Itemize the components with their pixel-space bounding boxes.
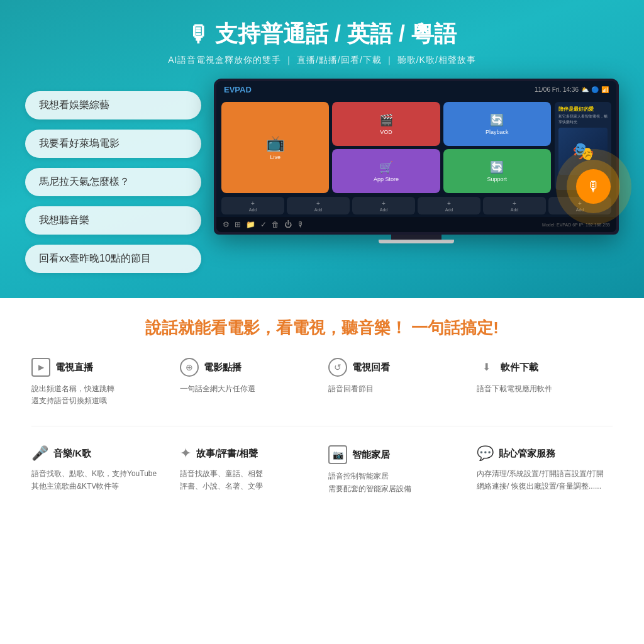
feature-tv-live-desc: 說出頻道名稱，快速跳轉還支持語音切換頻道哦: [31, 383, 114, 407]
tv-live-icon: ▶: [31, 358, 50, 377]
tv-stand-base: [379, 240, 454, 243]
add-tile-3[interactable]: + Add: [352, 197, 415, 214]
feature-grid: ▶ 電視直播 說出頻道名稱，快速跳轉還支持語音切換頻道哦 ⊕ 電影點播 一句話全…: [31, 358, 613, 495]
evpad-logo: EVPAD: [224, 85, 252, 94]
weather-icon: ⛅: [581, 86, 589, 93]
vod-feature-icon: ⊕: [180, 358, 199, 377]
feature-tv-live: ▶ 電視直播 說出頻道名稱，快速跳轉還支持語音切換頻道哦: [31, 358, 167, 407]
feature-story-header: ✦ 故事/評書/相聲: [180, 445, 258, 462]
feature-divider: [31, 426, 613, 426]
add-tile-2[interactable]: + Add: [287, 197, 350, 214]
feature-tv-live-title: 電視直播: [55, 362, 93, 374]
feature-download-title: 軟件下載: [501, 362, 538, 374]
story-icon: ✦: [180, 445, 191, 462]
feature-replay: ↺ 電視回看 語音回看節目: [328, 358, 464, 407]
feature-smarthome-title: 智能家居: [352, 449, 390, 461]
feature-vod: ⊕ 電影點播 一句話全網大片任你選: [180, 358, 316, 407]
mic-small-icon: 🎙: [297, 220, 304, 229]
promo-highlight: 一句話搞定!: [411, 318, 499, 337]
feature-service-title: 貼心管家服務: [499, 448, 555, 460]
feature-smarthome-header: 📷 智能家居: [328, 445, 390, 464]
subtitle: AI語音電視盒釋放你的雙手 ｜ 直播/點播/回看/下載 ｜ 聽歌/K歌/相聲故事: [25, 55, 619, 66]
feature-vod-title: 電影點播: [204, 362, 242, 374]
app-tile-appstore[interactable]: 🛒 App Store: [332, 149, 440, 193]
bubble-5: 回看xx臺昨晚10點的節目: [25, 245, 201, 273]
feature-service: 💬 貼心管家服務 內存清理/系統設置/打開語言設置/打開網絡連接/ 恢復出廠設置…: [477, 445, 613, 494]
delete-icon: 🗑: [272, 220, 279, 229]
status-time: 11/06 Fri. 14:36: [535, 86, 579, 93]
feature-vod-desc: 一句話全網大片任你選: [180, 383, 255, 395]
bubble-1: 我想看娛樂綜藝: [25, 91, 201, 119]
feature-download: ⬇ 軟件下載 語音下載電視應用軟件: [477, 358, 613, 407]
tv-wrapper: EVPAD 11/06 Fri. 14:36 ⛅ 🔵 📶 📺: [214, 79, 619, 243]
wifi-icon: 📶: [601, 86, 609, 93]
feature-story-title: 故事/評書/相聲: [196, 448, 258, 460]
smarthome-icon: 📷: [328, 445, 347, 464]
feature-replay-desc: 語音回看節目: [328, 383, 374, 395]
feature-download-desc: 語音下載電視應用軟件: [477, 383, 552, 395]
voice-circle-overlay: 🎙: [556, 149, 631, 225]
main-title: 🎙 支持普通話 / 英語 / 粵語: [25, 19, 619, 50]
feature-replay-header: ↺ 電視回看: [328, 358, 390, 377]
feature-music-desc: 語音找歌、點歌、K歌，支持YouTube其他主流歌曲&KTV軟件等: [31, 468, 157, 492]
bottom-icons: ⚙ ⊞ 📁 ✓ 🗑 ⏻ 🎙: [223, 220, 304, 229]
add-tile-5[interactable]: + Add: [483, 197, 546, 214]
feature-music-header: 🎤 音樂/K歌: [31, 445, 91, 462]
bubble-4: 我想聽音樂: [25, 206, 201, 235]
feature-smarthome: 📷 智能家居 語音控制智能家居需要配套的智能家居設備: [328, 445, 464, 494]
title-area: 🎙 支持普通話 / 英語 / 粵語 AI語音電視盒釋放你的雙手 ｜ 直播/點播/…: [25, 19, 619, 66]
app-tile-support[interactable]: 🔄 Support: [443, 149, 551, 193]
feature-music-title: 音樂/K歌: [53, 448, 91, 460]
replay-icon: ↺: [328, 358, 347, 377]
music-icon: 🎤: [31, 445, 48, 462]
speech-bubbles: 我想看娛樂綜藝 我要看好萊塢電影 馬尼拉天氣怎麼樣？ 我想聽音樂 回看xx臺昨晚…: [25, 79, 201, 273]
app-tile-vod[interactable]: 🎬 VOD: [332, 102, 440, 146]
feature-service-header: 💬 貼心管家服務: [477, 445, 555, 462]
top-section: 🎙 支持普通話 / 英語 / 粵語 AI語音電視盒釋放你的雙手 ｜ 直播/點播/…: [0, 0, 644, 298]
feature-music: 🎤 音樂/K歌 語音找歌、點歌、K歌，支持YouTube其他主流歌曲&KTV軟件…: [31, 445, 167, 494]
feature-download-header: ⬇ 軟件下載: [477, 358, 538, 377]
main-title-text: 支持普通話 / 英語 / 粵語: [215, 19, 457, 50]
voice-button[interactable]: 🎙: [576, 169, 611, 204]
download-icon: ⬇: [477, 358, 496, 377]
promo-text: 說話就能看電影，看電視，聽音樂！ 一句話搞定!: [31, 317, 613, 339]
settings-icon: ⚙: [223, 220, 230, 229]
feature-replay-title: 電視回看: [352, 362, 390, 374]
promo-orange: 說話就能看電影，看電視，聽音樂！: [145, 318, 407, 337]
feature-service-desc: 內存清理/系統設置/打開語言設置/打開網絡連接/ 恢復出廠設置/音量調整....…: [477, 468, 604, 492]
app-tile-live[interactable]: 📺 Live: [221, 102, 329, 193]
app-tile-playback[interactable]: 🔄 Playback: [443, 102, 551, 146]
add-tile-4[interactable]: + Add: [418, 197, 480, 214]
feature-story-desc: 語音找故事、童話、相聲評書、小說、名著、文學: [180, 468, 263, 492]
bubble-3: 馬尼拉天氣怎麼樣？: [25, 168, 201, 196]
mic-icon: 🎙: [187, 21, 210, 48]
content-area: 我想看娛樂綜藝 我要看好萊塢電影 馬尼拉天氣怎麼樣？ 我想聽音樂 回看xx臺昨晚…: [25, 79, 619, 273]
feature-smarthome-desc: 語音控制智能家居需要配套的智能家居設備: [328, 470, 411, 494]
bluetooth-icon: 🔵: [591, 86, 599, 93]
service-icon: 💬: [477, 445, 494, 462]
apps-icon: ⊞: [235, 220, 241, 229]
folder-icon: 📁: [246, 220, 255, 229]
power-icon: ⏻: [284, 220, 292, 229]
feature-vod-header: ⊕ 電影點播: [180, 358, 242, 377]
feature-story: ✦ 故事/評書/相聲 語音找故事、童話、相聲評書、小說、名著、文學: [180, 445, 316, 494]
bottom-section: 說話就能看電影，看電視，聽音樂！ 一句話搞定! ▶ 電視直播 說出頻道名稱，快速…: [0, 298, 644, 520]
evpad-header: EVPAD 11/06 Fri. 14:36 ⛅ 🔵 📶: [216, 81, 616, 98]
feature-tv-live-header: ▶ 電視直播: [31, 358, 93, 377]
evpad-status: 11/06 Fri. 14:36 ⛅ 🔵 📶: [535, 86, 609, 93]
check-icon: ✓: [260, 220, 267, 229]
add-tile-1[interactable]: + Add: [221, 197, 284, 214]
bubble-2: 我要看好萊塢電影: [25, 130, 201, 158]
